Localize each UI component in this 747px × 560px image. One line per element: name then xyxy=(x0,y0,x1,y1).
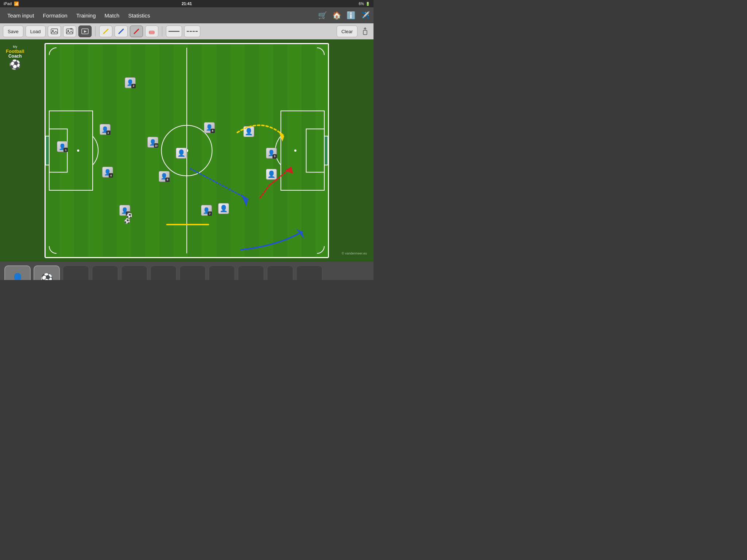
bottom-item-6[interactable] xyxy=(150,265,177,280)
nav-formation[interactable]: Formation xyxy=(39,10,71,21)
nav-icons: 🛒 🏠 ℹ️ ✈️ xyxy=(318,11,370,20)
red-pen-button[interactable] xyxy=(130,26,143,37)
nav-items: Team input Formation Training Match Stat… xyxy=(4,10,154,21)
save-button[interactable]: Save xyxy=(3,26,23,37)
wifi-icon: 📶 xyxy=(14,1,19,6)
player-5[interactable]: 👤 5 ⚽ xyxy=(118,205,131,219)
player-9[interactable]: 👤 9 xyxy=(265,148,278,162)
player-3[interactable]: 👤 3 xyxy=(98,124,112,139)
bottom-item-9[interactable] xyxy=(238,265,264,280)
football-field: 👤 1 👤 2 👤 3 👤 xyxy=(44,43,329,258)
yellow-pen-button[interactable] xyxy=(99,26,112,37)
bottom-item-5[interactable] xyxy=(121,265,147,280)
cart-icon[interactable]: 🛒 xyxy=(318,11,327,20)
svg-rect-23 xyxy=(324,136,328,165)
logo-coach: Coach xyxy=(8,54,22,59)
main-content: My Football Coach ⚽ © vandermeer.eu xyxy=(0,39,374,280)
eraser-button[interactable] xyxy=(145,26,158,37)
player-7b[interactable]: 👤 xyxy=(217,203,230,218)
device-label: iPad xyxy=(4,1,12,6)
bottom-item-ball[interactable]: ⚽ xyxy=(34,265,60,280)
battery-icon: 🔋 xyxy=(365,2,370,6)
bottom-item-7[interactable] xyxy=(179,265,206,280)
nav-bar: Team input Formation Training Match Stat… xyxy=(0,7,374,23)
player-top-right[interactable]: 👤 xyxy=(242,126,255,141)
player-1[interactable]: 👤 1 xyxy=(56,141,69,156)
player-10[interactable]: 👤 10 xyxy=(146,137,159,151)
bottom-item-4[interactable] xyxy=(92,265,118,280)
toolbar: Save Load Clear xyxy=(0,23,374,39)
solid-line-button[interactable] xyxy=(166,26,182,37)
battery-label: 6% xyxy=(359,2,364,6)
player-7[interactable]: 👤 7 xyxy=(200,205,213,219)
bottom-panel: 👤 ⚽ xyxy=(0,262,374,280)
status-bar: iPad 📶 21:41 6% 🔋 xyxy=(0,0,374,7)
nav-training[interactable]: Training xyxy=(73,10,100,21)
animation-button[interactable] xyxy=(78,26,92,37)
share-button[interactable] xyxy=(360,26,371,37)
player-center[interactable]: 👤 xyxy=(175,148,188,162)
time-display: 21:41 xyxy=(182,1,192,6)
store-icon[interactable]: ✈️ xyxy=(361,11,370,20)
copyright: © vandermeer.eu xyxy=(342,252,367,255)
player-2[interactable]: 👤 2 xyxy=(124,77,137,92)
nav-statistics[interactable]: Statistics xyxy=(124,10,154,21)
bottom-item-10[interactable] xyxy=(267,265,293,280)
svg-point-25 xyxy=(294,149,297,152)
import-image-button[interactable] xyxy=(48,26,61,37)
load-button[interactable]: Load xyxy=(26,26,46,37)
svg-rect-14 xyxy=(363,30,367,35)
bottom-item-3[interactable] xyxy=(63,265,89,280)
clear-button[interactable]: Clear xyxy=(337,26,357,37)
player-8[interactable]: 👤 8 xyxy=(203,122,216,137)
svg-rect-22 xyxy=(281,111,324,190)
svg-rect-20 xyxy=(46,136,49,165)
logo-football: Football xyxy=(6,49,24,54)
info-icon[interactable]: ℹ️ xyxy=(347,11,356,20)
bottom-item-11[interactable] xyxy=(296,265,322,280)
bottom-item-8[interactable] xyxy=(209,265,235,280)
bottom-item-player[interactable]: 👤 xyxy=(4,265,31,280)
svg-rect-21 xyxy=(306,129,324,172)
player-4[interactable]: 👤 4 xyxy=(101,167,114,181)
field-container: My Football Coach ⚽ © vandermeer.eu xyxy=(0,39,374,262)
home-icon[interactable]: 🏠 xyxy=(332,11,341,20)
dashed-line-button[interactable] xyxy=(184,26,200,37)
svg-point-24 xyxy=(77,149,79,152)
nav-match[interactable]: Match xyxy=(101,10,123,21)
svg-marker-6 xyxy=(84,30,87,33)
logo-overlay: My Football Coach ⚽ xyxy=(6,45,24,70)
svg-line-8 xyxy=(119,29,123,34)
logo-ball: ⚽ xyxy=(9,59,21,70)
svg-line-9 xyxy=(134,29,139,34)
player-9b[interactable]: 👤 xyxy=(265,169,278,183)
svg-line-7 xyxy=(104,29,108,34)
export-image-button[interactable] xyxy=(63,26,76,37)
nav-team-input[interactable]: Team input xyxy=(4,10,38,21)
player-6[interactable]: 👤 6 xyxy=(158,171,171,186)
blue-pen-button[interactable] xyxy=(115,26,128,37)
